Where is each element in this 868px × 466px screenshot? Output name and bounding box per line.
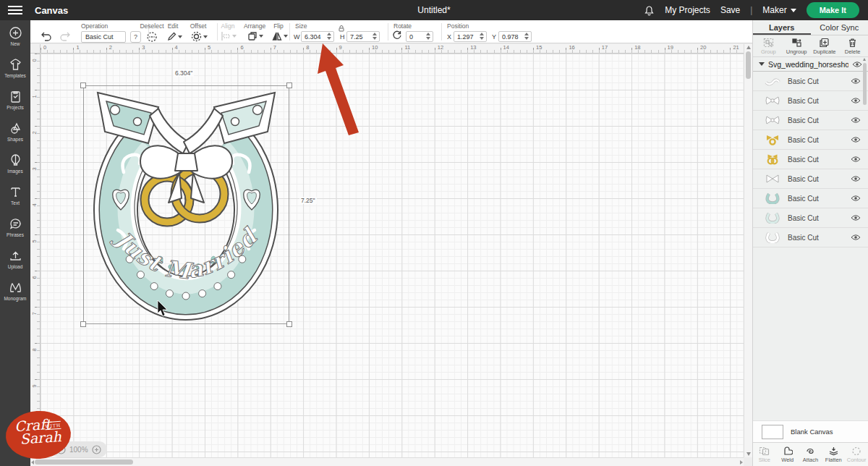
ruler-tick-label: 12: [438, 44, 443, 51]
save-link[interactable]: Save: [720, 5, 740, 15]
operation-help-button[interactable]: ?: [130, 31, 141, 43]
eye-icon[interactable]: [851, 136, 861, 143]
ungroup-button[interactable]: Ungroup: [783, 38, 811, 55]
layer-row[interactable]: Basic Cut: [753, 130, 868, 150]
layers-scrollbar[interactable]: [862, 58, 867, 434]
layer-row[interactable]: Basic Cut: [753, 208, 868, 228]
bell-icon[interactable]: [644, 5, 655, 16]
y-stepper[interactable]: [524, 33, 529, 40]
canvas-color-swatch[interactable]: [762, 425, 783, 439]
make-it-button[interactable]: Make It: [807, 2, 859, 18]
ungroup-icon: [791, 38, 802, 48]
layer-row[interactable]: Basic Cut: [753, 91, 868, 111]
ruler-tick-label: 3: [31, 166, 38, 173]
ruler-corner: [30, 44, 41, 54]
ruler-tick-label: 7: [273, 44, 276, 51]
x-stepper[interactable]: [480, 33, 484, 40]
ruler-tick-label: 8: [306, 44, 309, 51]
layer-row[interactable]: Basic Cut: [753, 150, 868, 169]
layer-label: Basic Cut: [788, 234, 843, 242]
duplicate-button[interactable]: Duplicate: [811, 38, 839, 55]
arrange-button[interactable]: [247, 31, 263, 41]
eye-icon[interactable]: [851, 234, 861, 241]
delete-button[interactable]: Delete: [838, 38, 867, 55]
layer-label: Basic Cut: [788, 214, 843, 222]
flatten-button[interactable]: Flatten: [822, 446, 845, 463]
eye-icon[interactable]: [851, 97, 861, 104]
sidebar-item-shapes[interactable]: Shapes: [0, 116, 30, 148]
height-stepper[interactable]: [373, 33, 377, 40]
layer-thumbnail: [765, 173, 780, 185]
ruler-tick-label: 2: [31, 130, 38, 137]
zoom-in-icon[interactable]: [92, 445, 101, 454]
eye-icon[interactable]: [851, 195, 861, 202]
layer-label: Basic Cut: [788, 116, 843, 124]
layer-row[interactable]: Basic Cut: [753, 228, 868, 247]
weld-button[interactable]: Weld: [776, 446, 799, 463]
ruler-tick-label: 3: [142, 44, 145, 51]
blank-canvas-row[interactable]: Blank Canvas: [753, 420, 868, 442]
sidebar-item-upload[interactable]: Upload: [0, 243, 30, 275]
eye-icon[interactable]: [851, 77, 861, 85]
ruler-tick-label: 6: [240, 44, 243, 51]
eye-icon[interactable]: [851, 175, 861, 182]
offset-button[interactable]: [191, 31, 208, 42]
flip-button[interactable]: [272, 31, 288, 41]
flip-label: Flip: [273, 22, 284, 30]
selection-handle-bottom-right[interactable]: [286, 321, 292, 327]
layers-panel: Layers Color Sync Group Ungroup Duplicat…: [752, 20, 868, 466]
sidebar-item-monogram[interactable]: Monogram: [0, 275, 30, 307]
machine-select[interactable]: Maker: [762, 5, 796, 15]
sidebar-item-phrases[interactable]: Phrases: [0, 211, 30, 243]
eye-icon[interactable]: [851, 214, 861, 221]
tab-color-sync[interactable]: Color Sync: [811, 20, 868, 35]
edit-button[interactable]: [166, 31, 182, 42]
layer-row[interactable]: Basic Cut: [753, 111, 868, 130]
position-label: Position: [447, 22, 469, 30]
shapes-icon: [9, 122, 22, 135]
sidebar-item-images[interactable]: Images: [0, 148, 30, 179]
width-stepper[interactable]: [327, 33, 331, 40]
tab-layers[interactable]: Layers: [753, 20, 811, 35]
eye-icon[interactable]: [851, 116, 861, 124]
layer-row[interactable]: Basic Cut: [753, 72, 868, 91]
selection-handle-bottom-left[interactable]: [80, 321, 86, 327]
vertical-scrollbar[interactable]: [744, 44, 752, 457]
group-button: Group: [754, 38, 783, 55]
undo-button[interactable]: [41, 31, 52, 41]
layer-group-header[interactable]: Svg_wedding_horsesho...: [753, 57, 868, 72]
layer-row[interactable]: Basic Cut: [753, 169, 868, 189]
rotate-stepper[interactable]: [426, 33, 430, 40]
rotate-button[interactable]: [392, 30, 402, 41]
horizontal-scrollbar[interactable]: [30, 457, 744, 466]
attach-button[interactable]: Attach: [799, 446, 822, 463]
layer-thumbnail: [765, 95, 780, 106]
my-projects-link[interactable]: My Projects: [665, 5, 710, 15]
selection-handle-top-right[interactable]: [286, 82, 292, 88]
selection-handle-top-left[interactable]: [80, 82, 86, 88]
selection-width-label: 6.304": [174, 69, 194, 77]
layer-thumbnail: [765, 192, 780, 204]
top-bar: Canvas Untitled* My Projects Save | Make…: [0, 0, 868, 20]
wedding-horseshoe-artwork[interactable]: Just Married: [83, 85, 289, 324]
layer-thumbnail: [765, 232, 780, 243]
ruler-tick-label: 11: [404, 44, 410, 51]
zoom-level: 100%: [69, 446, 88, 454]
eye-icon[interactable]: [851, 156, 861, 163]
sidebar-item-projects[interactable]: Projects: [0, 84, 30, 116]
sidebar-item-new[interactable]: New: [0, 20, 30, 52]
eye-icon[interactable]: [852, 61, 862, 68]
new-icon: [9, 26, 22, 40]
y-label: Y: [492, 33, 496, 41]
sidebar-item-templates[interactable]: Templates: [0, 52, 30, 84]
operation-select[interactable]: Basic Cut: [81, 31, 126, 43]
lock-aspect-icon[interactable]: [337, 25, 346, 32]
align-label: Align: [221, 22, 235, 30]
sidebar-item-text[interactable]: Text: [0, 179, 30, 211]
redo-button[interactable]: [59, 31, 71, 41]
contour-button: Contour: [845, 446, 868, 463]
layer-row[interactable]: Basic Cut: [753, 189, 868, 208]
hamburger-menu-icon[interactable]: [0, 6, 30, 14]
ruler-tick-label: 1: [76, 44, 79, 51]
deselect-button[interactable]: [146, 31, 158, 43]
